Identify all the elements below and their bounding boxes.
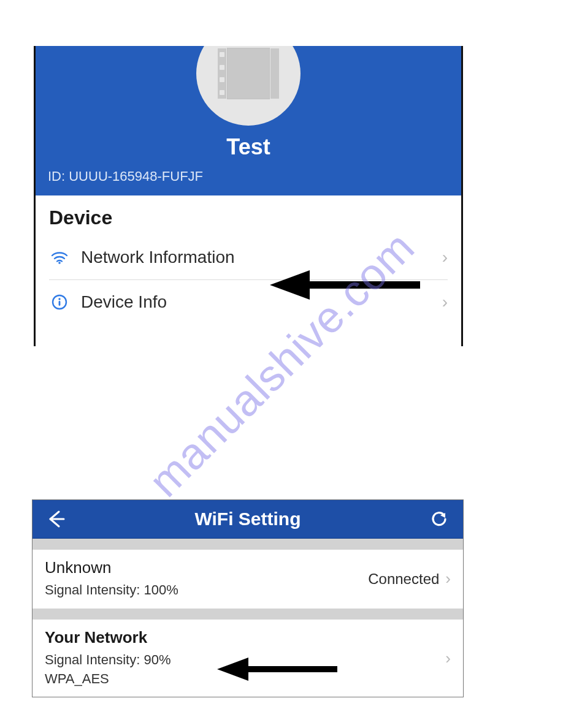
separator <box>33 609 463 620</box>
chevron-right-icon: › <box>442 292 448 312</box>
network-status: Connected <box>368 571 439 588</box>
network-signal: Signal Intensity: 100% <box>45 581 368 600</box>
profile-header: Test ID: UUUU-165948-FUFJF <box>36 46 461 195</box>
row-label: Network Information <box>81 248 235 267</box>
screen-title: WiFi Setting <box>194 509 301 529</box>
avatar[interactable] <box>196 46 301 126</box>
chevron-right-icon: › <box>445 569 451 588</box>
back-button[interactable] <box>45 507 68 531</box>
chevron-right-icon: › <box>445 649 451 668</box>
annotation-arrow-icon <box>215 654 343 688</box>
svg-marker-5 <box>270 270 310 300</box>
annotation-arrow-icon <box>267 267 432 309</box>
section-header-device: Device <box>36 195 461 235</box>
svg-marker-9 <box>217 658 248 681</box>
separator <box>33 539 463 550</box>
chevron-right-icon: › <box>442 248 448 267</box>
wifi-row-connected[interactable]: Unknown Signal Intensity: 100% Connected… <box>33 550 463 609</box>
network-name: Your Network <box>45 628 445 647</box>
device-title: Test <box>36 134 461 160</box>
refresh-button[interactable] <box>427 507 451 531</box>
network-name: Unknown <box>45 558 368 577</box>
row-label: Device Info <box>81 292 167 312</box>
info-icon <box>49 294 70 311</box>
wifi-icon <box>49 251 70 264</box>
film-icon <box>227 48 270 99</box>
titlebar: WiFi Setting <box>33 500 463 539</box>
svg-rect-3 <box>59 301 61 306</box>
svg-point-2 <box>58 298 60 300</box>
svg-point-0 <box>58 262 61 264</box>
device-id: ID: UUUU-165948-FUFJF <box>36 160 461 184</box>
